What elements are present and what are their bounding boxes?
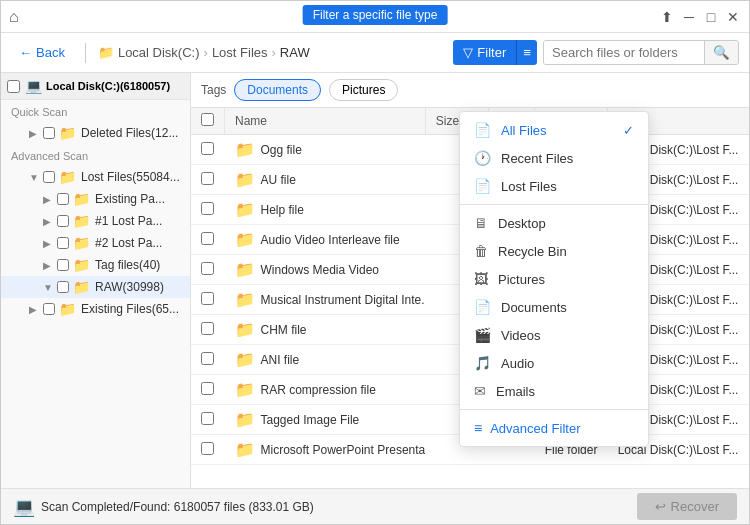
tags-label: Tags — [201, 83, 226, 97]
sidebar-item-lost-files[interactable]: ▼ 📁 Lost Files(55084... — [1, 166, 190, 188]
row-name-cell: 📁 Windows Media Video — [225, 255, 425, 284]
dropdown-item-label: Recent Files — [501, 151, 573, 166]
row-name-cell: 📁 Audio Video Interleave file — [225, 225, 425, 254]
sidebar-item-existing-files[interactable]: ▶ 📁 Existing Files(65... — [1, 298, 190, 320]
row-checkbox-8[interactable] — [201, 382, 214, 395]
dropdown-item-all-files[interactable]: 📄 All Files ✓ — [460, 116, 648, 144]
home-icon: ⌂ — [9, 8, 19, 26]
raw-checkbox[interactable] — [57, 281, 69, 293]
row-name: Tagged Image File — [261, 413, 360, 427]
arrow-icon-4: ▶ — [43, 216, 53, 227]
sidebar-item-deleted-files[interactable]: ▶ 📁 Deleted Files(12... — [1, 122, 190, 144]
tag-files-checkbox[interactable] — [57, 259, 69, 271]
existing-pa-checkbox[interactable] — [57, 193, 69, 205]
breadcrumb-folder-icon: 📁 — [98, 45, 114, 60]
tag-pictures-button[interactable]: Pictures — [329, 79, 398, 101]
row-folder-icon: 📁 — [235, 350, 255, 369]
row-checkbox-7[interactable] — [201, 352, 214, 365]
existing-files-checkbox[interactable] — [43, 303, 55, 315]
row-checkbox-cell — [191, 165, 225, 195]
share-button[interactable]: ⬆ — [659, 9, 675, 25]
sidebar-item-existing-pa[interactable]: ▶ 📁 Existing Pa... — [1, 188, 190, 210]
row-name-cell: 📁 Musical Instrument Digital Inte... — [225, 285, 425, 314]
dropdown-item-audio[interactable]: 🎵 Audio — [460, 349, 648, 377]
sidebar-item-2nd-lost[interactable]: ▶ 📁 #2 Lost Pa... — [1, 232, 190, 254]
dropdown-item-icon: 🕐 — [474, 150, 491, 166]
lost-files-label: Lost Files(55084... — [81, 170, 184, 184]
row-folder-icon: 📁 — [235, 380, 255, 399]
row-name-cell: 📁 Tagged Image File — [225, 405, 425, 434]
dropdown-item-label: Lost Files — [501, 179, 557, 194]
maximize-button[interactable]: □ — [703, 9, 719, 25]
row-checkbox-2[interactable] — [201, 202, 214, 215]
dropdown-item-lost-files[interactable]: 📄 Lost Files — [460, 172, 648, 200]
row-folder-icon: 📁 — [235, 230, 255, 249]
dropdown-divider — [460, 204, 648, 205]
recover-button[interactable]: ↩ Recover — [637, 493, 737, 520]
arrow-icon: ▶ — [29, 128, 39, 139]
row-folder-icon: 📁 — [235, 200, 255, 219]
dropdown-item-documents[interactable]: 📄 Documents — [460, 293, 648, 321]
back-label: Back — [36, 45, 65, 60]
filter-dropdown: 📄 All Files ✓ 🕐 Recent Files 📄 Lost File… — [459, 111, 649, 447]
row-folder-icon: 📁 — [235, 320, 255, 339]
1st-lost-label: #1 Lost Pa... — [95, 214, 184, 228]
row-checkbox-10[interactable] — [201, 442, 214, 455]
dropdown-item-icon: 🖥 — [474, 215, 488, 231]
sidebar-item-raw[interactable]: ▼ 📁 RAW(30998) — [1, 276, 190, 298]
filter-tooltip: Filter a specific file type — [303, 5, 448, 25]
2nd-lost-checkbox[interactable] — [57, 237, 69, 249]
advanced-filter-item[interactable]: ≡ Advanced Filter — [460, 414, 648, 442]
row-checkbox-cell — [191, 315, 225, 345]
sidebar-item-tag-files[interactable]: ▶ 📁 Tag files(40) — [1, 254, 190, 276]
row-checkbox-4[interactable] — [201, 262, 214, 275]
1st-lost-checkbox[interactable] — [57, 215, 69, 227]
existing-files-label: Existing Files(65... — [81, 302, 184, 316]
row-checkbox-0[interactable] — [201, 142, 214, 155]
dropdown-item-videos[interactable]: 🎬 Videos — [460, 321, 648, 349]
dropdown-item-desktop[interactable]: 🖥 Desktop — [460, 209, 648, 237]
search-input[interactable] — [544, 41, 704, 64]
breadcrumb-item-drive[interactable]: Local Disk(C:) — [118, 45, 200, 60]
th-name[interactable]: Name — [225, 108, 426, 135]
dropdown-item-label: Documents — [501, 300, 567, 315]
row-checkbox-3[interactable] — [201, 232, 214, 245]
filter-menu-button[interactable]: ≡ — [516, 40, 537, 65]
status-text: Scan Completed/Found: 6180057 files (833… — [41, 500, 314, 514]
breadcrumb-item-lost[interactable]: Lost Files — [212, 45, 268, 60]
folder-icon: 📁 — [59, 125, 76, 141]
row-checkbox-1[interactable] — [201, 172, 214, 185]
minimize-button[interactable]: ─ — [681, 9, 697, 25]
title-bar-left: ⌂ — [9, 8, 27, 26]
filter-label: Filter — [477, 45, 506, 60]
select-all-checkbox[interactable] — [201, 113, 214, 126]
dropdown-item-recent-files[interactable]: 🕐 Recent Files — [460, 144, 648, 172]
drive-checkbox[interactable] — [7, 80, 20, 93]
row-folder-icon: 📁 — [235, 140, 255, 159]
row-folder-icon: 📁 — [235, 410, 255, 429]
row-checkbox-5[interactable] — [201, 292, 214, 305]
dropdown-item-label: Emails — [496, 384, 535, 399]
filter-button[interactable]: ▽ Filter — [453, 40, 516, 65]
tags-bar: Tags Documents Pictures — [191, 73, 749, 108]
tag-documents-button[interactable]: Documents — [234, 79, 321, 101]
row-name-cell: 📁 ANI file — [225, 345, 425, 374]
dropdown-item-icon: 🎵 — [474, 355, 491, 371]
close-button[interactable]: ✕ — [725, 9, 741, 25]
deleted-files-checkbox[interactable] — [43, 127, 55, 139]
lost-files-checkbox[interactable] — [43, 171, 55, 183]
row-checkbox-9[interactable] — [201, 412, 214, 425]
search-button[interactable]: 🔍 — [704, 41, 738, 64]
row-checkbox-6[interactable] — [201, 322, 214, 335]
dropdown-item-emails[interactable]: ✉ Emails — [460, 377, 648, 405]
existing-pa-label: Existing Pa... — [95, 192, 184, 206]
folder-icon-6: 📁 — [73, 257, 90, 273]
sidebar-item-1st-lost[interactable]: ▶ 📁 #1 Lost Pa... — [1, 210, 190, 232]
dropdown-item-recycle-bin[interactable]: 🗑 Recycle Bin — [460, 237, 648, 265]
dropdown-item-pictures[interactable]: 🖼 Pictures — [460, 265, 648, 293]
back-button[interactable]: ← Back — [11, 41, 73, 64]
row-name-cell: 📁 CHM file — [225, 315, 425, 344]
folder-icon-5: 📁 — [73, 235, 90, 251]
dropdown-item-label: Videos — [501, 328, 541, 343]
row-checkbox-cell — [191, 135, 225, 165]
